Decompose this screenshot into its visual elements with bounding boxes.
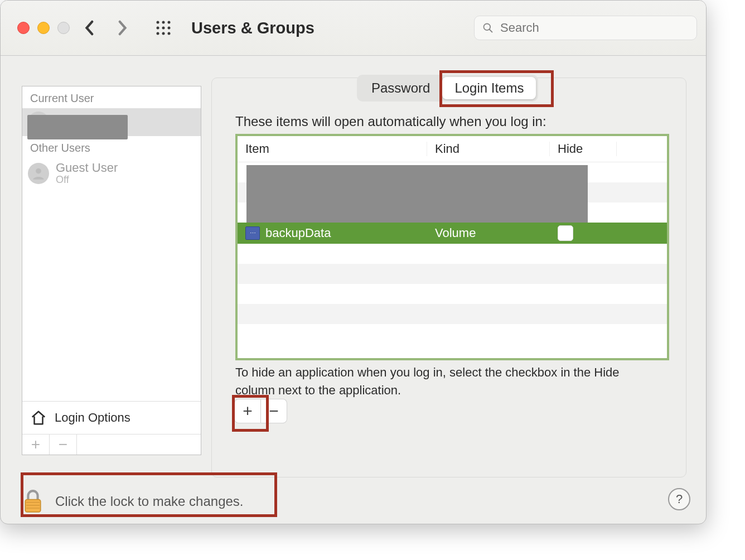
redacted-region <box>27 115 128 139</box>
hide-checkbox[interactable] <box>558 225 573 241</box>
add-user-button: + <box>22 435 50 455</box>
close-window-button[interactable] <box>17 22 30 34</box>
highlight-add-button <box>232 395 269 432</box>
login-options-button[interactable]: Login Options <box>22 401 201 434</box>
guest-avatar-icon <box>28 163 49 184</box>
login-items-table[interactable]: Item Kind Hide ⋯ backupData <box>235 134 669 360</box>
svg-point-2 <box>168 21 171 24</box>
window-controls <box>17 22 70 34</box>
svg-point-6 <box>157 32 159 35</box>
col-item[interactable]: Item <box>238 142 427 156</box>
tab-password[interactable]: Password <box>359 77 442 99</box>
search-input[interactable] <box>499 20 689 36</box>
guest-user-name: Guest User <box>56 161 118 175</box>
highlight-login-items-tab <box>439 70 554 107</box>
search-icon <box>482 22 494 34</box>
preferences-window: Users & Groups Current User Admin Other … <box>0 0 707 524</box>
svg-point-3 <box>157 27 159 30</box>
svg-line-10 <box>489 29 492 32</box>
login-items-description: These items will open automatically when… <box>235 114 546 129</box>
col-hide[interactable]: Hide <box>550 142 617 156</box>
svg-point-1 <box>162 21 165 24</box>
sidebar-footer: + − <box>22 434 201 455</box>
login-item-kind: Volume <box>427 226 550 240</box>
page-title: Users & Groups <box>191 19 315 37</box>
forward-button <box>110 16 134 40</box>
svg-point-8 <box>168 32 171 35</box>
zoom-window-button <box>57 22 70 34</box>
highlight-lock-bar <box>21 472 277 517</box>
svg-point-4 <box>162 27 165 30</box>
hide-hint-text: To hide an application when you log in, … <box>235 364 648 399</box>
remove-user-button: − <box>50 435 77 455</box>
svg-point-0 <box>157 21 159 24</box>
search-field[interactable] <box>474 16 697 40</box>
guest-user-row[interactable]: Guest User Off <box>22 158 201 189</box>
current-user-section-label: Current User <box>22 86 201 108</box>
login-options-label: Login Options <box>55 411 130 425</box>
back-button[interactable] <box>78 16 102 40</box>
svg-point-7 <box>162 32 165 35</box>
login-item-row-selected[interactable]: ⋯ backupData Volume <box>238 223 667 244</box>
toolbar: Users & Groups <box>1 1 706 56</box>
main-panel: Password Login Items These items will op… <box>211 78 686 477</box>
volume-icon: ⋯ <box>245 226 260 240</box>
help-button[interactable]: ? <box>668 488 690 510</box>
users-sidebar: Current User Admin Other Users Guest Use… <box>22 86 201 455</box>
show-all-button[interactable] <box>151 16 176 40</box>
col-kind[interactable]: Kind <box>427 142 550 156</box>
guest-user-status: Off <box>56 175 118 186</box>
house-icon <box>30 409 47 426</box>
minimize-window-button[interactable] <box>37 22 50 34</box>
redacted-rows <box>246 165 588 223</box>
svg-point-5 <box>168 27 171 30</box>
login-item-name: backupData <box>265 226 331 240</box>
svg-point-11 <box>36 168 41 174</box>
